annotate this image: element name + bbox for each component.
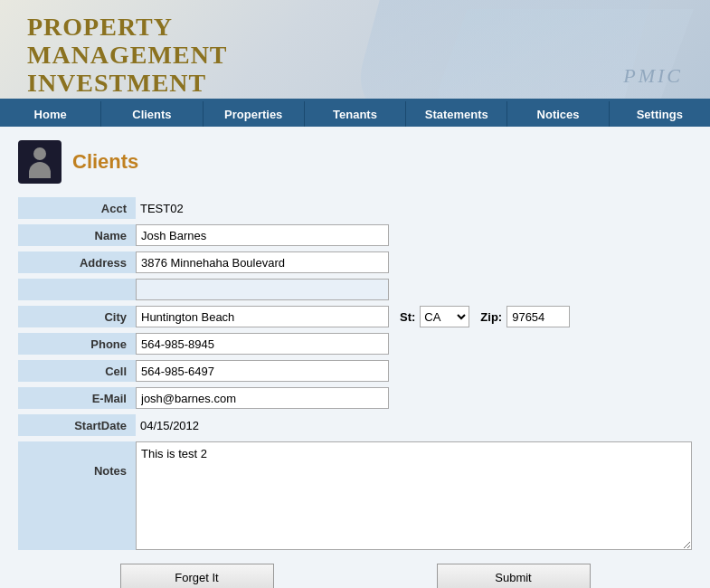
nav-home[interactable]: Home — [0, 101, 101, 127]
person-body — [29, 162, 51, 178]
address2-input[interactable] — [136, 279, 389, 300]
acct-label: Acct — [18, 197, 136, 219]
state-select[interactable]: CA ALAKAZAR COCTDEFL GAHIIDIL INIAKSKY L… — [420, 306, 469, 327]
header: PROPERTY MANAGEMENT INVESTMENT GROUP PMI… — [0, 0, 710, 101]
cell-row: Cell — [18, 360, 692, 382]
nav-properties[interactable]: Properties — [204, 101, 305, 127]
nav-statements[interactable]: Statements — [406, 101, 507, 127]
clients-icon — [18, 140, 62, 184]
nav-notices[interactable]: Notices — [507, 101, 609, 127]
client-form: Acct TEST02 Name Address City St: CA ALA… — [18, 197, 692, 550]
forget-it-button[interactable]: Forget It — [120, 564, 274, 588]
cell-label: Cell — [18, 360, 136, 382]
city-input[interactable] — [136, 306, 389, 327]
zip-input[interactable] — [506, 306, 570, 327]
phone-row: Phone — [18, 333, 692, 355]
address2-label — [18, 279, 136, 300]
main-content: Clients Acct TEST02 Name Address City St… — [0, 127, 710, 588]
nav-tenants[interactable]: Tenants — [305, 101, 406, 127]
navbar: Home Clients Properties Tenants Statemen… — [0, 101, 710, 127]
logo: PROPERTY MANAGEMENT INVESTMENT GROUP — [27, 14, 228, 101]
acct-value: TEST02 — [136, 202, 184, 215]
notes-label: Notes — [18, 441, 136, 550]
address2-row — [18, 279, 692, 300]
name-input[interactable] — [136, 224, 389, 246]
phone-label: Phone — [18, 333, 136, 355]
cell-input[interactable] — [136, 360, 389, 382]
email-input[interactable] — [136, 387, 389, 409]
person-head — [33, 147, 46, 160]
section-header: Clients — [18, 140, 692, 184]
email-label: E-Mail — [18, 387, 136, 409]
address-label: Address — [18, 251, 136, 273]
phone-input[interactable] — [136, 333, 389, 355]
notes-textarea[interactable]: This is test 2 — [136, 441, 692, 550]
email-row: E-Mail — [18, 387, 692, 409]
address-input[interactable] — [136, 251, 389, 273]
address-row: Address — [18, 251, 692, 273]
startdate-value: 04/15/2012 — [136, 419, 199, 432]
name-row: Name — [18, 224, 692, 246]
acct-row: Acct TEST02 — [18, 197, 692, 219]
logo-text: PROPERTY MANAGEMENT INVESTMENT GROUP — [27, 14, 228, 101]
nav-settings[interactable]: Settings — [610, 101, 710, 127]
city-row: City St: CA ALAKAZAR COCTDEFL GAHIIDIL I… — [18, 306, 692, 327]
button-row: Forget It Submit — [18, 564, 692, 588]
state-label: St: — [400, 310, 415, 324]
startdate-label: StartDate — [18, 414, 136, 436]
city-label: City — [18, 306, 136, 327]
section-title: Clients — [72, 150, 138, 174]
name-label: Name — [18, 224, 136, 246]
pmic-watermark: PMIC — [623, 64, 683, 88]
zip-label: Zip: — [480, 310, 502, 324]
submit-button[interactable]: Submit — [437, 564, 591, 588]
startdate-row: StartDate 04/15/2012 — [18, 414, 692, 436]
nav-clients[interactable]: Clients — [101, 101, 203, 127]
notes-row: Notes This is test 2 — [18, 441, 692, 550]
person-silhouette — [26, 146, 53, 178]
